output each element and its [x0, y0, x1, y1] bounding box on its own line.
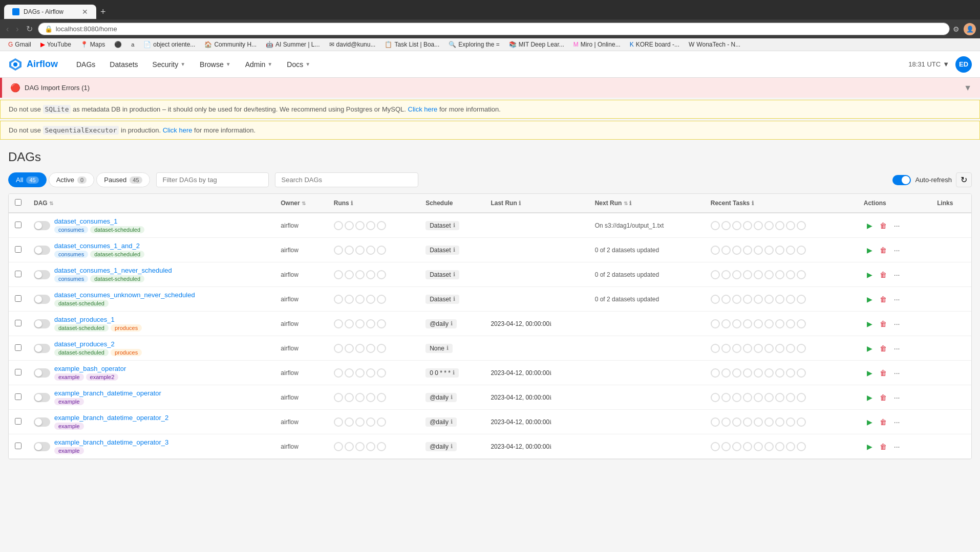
- delete-dag-button[interactable]: 🗑: [877, 343, 890, 354]
- url-text[interactable]: localhost:8080/home: [56, 25, 117, 33]
- schedule-info-icon[interactable]: ℹ: [446, 345, 449, 351]
- profile-icon[interactable]: 👤: [964, 23, 976, 35]
- auto-refresh-toggle[interactable]: [892, 175, 911, 185]
- dag-tag[interactable]: dataset-scheduled: [54, 300, 109, 307]
- active-tab[interactable]: DAGs - Airflow ✕: [4, 5, 96, 19]
- more-actions-button[interactable]: ···: [891, 269, 903, 280]
- row-checkbox[interactable]: [15, 271, 22, 277]
- recent-tasks-info-icon[interactable]: ℹ: [752, 200, 754, 206]
- dag-tag[interactable]: dataset-scheduled: [90, 275, 144, 282]
- delete-dag-button[interactable]: 🗑: [877, 220, 890, 231]
- th-owner[interactable]: Owner ⇅: [274, 194, 328, 213]
- run-dag-button[interactable]: ▶: [864, 416, 876, 428]
- delete-dag-button[interactable]: 🗑: [877, 441, 890, 452]
- back-button[interactable]: ‹: [4, 24, 11, 35]
- dag-toggle[interactable]: [34, 442, 50, 451]
- more-actions-button[interactable]: ···: [891, 318, 903, 329]
- dag-tag[interactable]: dataset-scheduled: [90, 226, 144, 233]
- dag-toggle[interactable]: [34, 417, 50, 427]
- bookmark-task[interactable]: 📋 Task List | Boa...: [380, 40, 443, 49]
- bookmark-community[interactable]: 🏠 Community H...: [200, 40, 261, 49]
- row-checkbox[interactable]: [15, 295, 22, 302]
- more-actions-button[interactable]: ···: [891, 245, 903, 256]
- dag-tag[interactable]: dataset-scheduled: [54, 349, 109, 356]
- dag-toggle[interactable]: [34, 368, 50, 378]
- last-run-row-info[interactable]: ℹ: [549, 419, 551, 425]
- dag-name-link[interactable]: example_branch_datetime_operator: [54, 389, 161, 397]
- run-dag-button[interactable]: ▶: [864, 269, 876, 280]
- delete-dag-button[interactable]: 🗑: [877, 416, 890, 428]
- dag-toggle[interactable]: [34, 295, 50, 304]
- row-checkbox[interactable]: [15, 393, 22, 400]
- more-actions-button[interactable]: ···: [891, 392, 903, 403]
- dag-import-error-bar[interactable]: 🔴 DAG Import Errors (1) ▼: [0, 78, 980, 98]
- nav-browse[interactable]: Browse ▼: [194, 57, 237, 72]
- bookmark-wonatech[interactable]: W WonaTech - N...: [685, 40, 744, 49]
- nav-docs[interactable]: Docs ▼: [281, 57, 316, 72]
- dag-name-link[interactable]: example_branch_datetime_operator_3: [54, 438, 168, 446]
- delete-dag-button[interactable]: 🗑: [877, 392, 890, 403]
- dag-toggle[interactable]: [34, 393, 50, 402]
- sqlite-click-here-link[interactable]: Click here: [408, 105, 438, 113]
- user-avatar[interactable]: ED: [955, 56, 972, 73]
- manual-refresh-button[interactable]: ↻: [956, 172, 972, 187]
- th-next-run[interactable]: Next Run ⇅ ℹ: [589, 194, 705, 213]
- row-checkbox[interactable]: [15, 320, 22, 326]
- th-dag[interactable]: DAG ⇅: [28, 194, 274, 213]
- more-actions-button[interactable]: ···: [891, 367, 903, 379]
- schedule-info-icon[interactable]: ℹ: [453, 369, 455, 376]
- dag-toggle[interactable]: [34, 270, 50, 279]
- dag-tag[interactable]: example: [54, 373, 84, 381]
- schedule-info-icon[interactable]: ℹ: [451, 394, 453, 401]
- bookmark-ai[interactable]: 🤖 AI Summer | L...: [262, 40, 324, 49]
- schedule-info-icon[interactable]: ℹ: [451, 443, 453, 450]
- bookmark-kore[interactable]: K KORE board -...: [626, 40, 684, 49]
- filter-tab-all[interactable]: All 45: [8, 172, 47, 187]
- filter-tab-paused[interactable]: Paused 45: [96, 172, 150, 187]
- dag-name-link[interactable]: dataset_produces_2: [54, 340, 115, 348]
- run-dag-button[interactable]: ▶: [864, 343, 876, 354]
- bookmark-mit[interactable]: 📚 MIT Deep Lear...: [505, 40, 568, 49]
- select-all-checkbox[interactable]: [15, 199, 22, 206]
- row-checkbox[interactable]: [15, 344, 22, 351]
- dag-tag[interactable]: example: [54, 447, 84, 454]
- more-actions-button[interactable]: ···: [891, 343, 903, 354]
- bookmark-email[interactable]: ✉ david@kunu...: [325, 40, 380, 49]
- run-dag-button[interactable]: ▶: [864, 392, 876, 403]
- reload-button[interactable]: ↻: [24, 23, 35, 35]
- schedule-info-icon[interactable]: ℹ: [453, 247, 455, 253]
- dag-tag[interactable]: consumes: [54, 226, 88, 233]
- schedule-info-icon[interactable]: ℹ: [451, 418, 453, 425]
- run-dag-button[interactable]: ▶: [864, 245, 876, 256]
- dag-tag[interactable]: consumes: [54, 275, 88, 282]
- dag-tag[interactable]: consumes: [54, 251, 88, 258]
- dag-name-link[interactable]: dataset_consumes_1_and_2: [54, 242, 140, 250]
- delete-dag-button[interactable]: 🗑: [877, 269, 890, 280]
- dag-tag[interactable]: example2: [86, 373, 119, 381]
- filter-tab-active[interactable]: Active 0: [49, 172, 95, 187]
- dag-tag[interactable]: example: [54, 423, 84, 430]
- more-actions-button[interactable]: ···: [891, 441, 903, 452]
- sequential-click-here-link[interactable]: Click here: [163, 126, 193, 134]
- bookmark-gmail[interactable]: G Gmail: [4, 40, 35, 49]
- dag-name-link[interactable]: dataset_produces_1: [54, 316, 115, 323]
- row-checkbox[interactable]: [15, 443, 22, 449]
- tag-filter-input[interactable]: [156, 172, 269, 187]
- bookmark-miro[interactable]: M Miro | Online...: [569, 40, 625, 49]
- delete-dag-button[interactable]: 🗑: [877, 245, 890, 256]
- delete-dag-button[interactable]: 🗑: [877, 318, 890, 329]
- schedule-info-icon[interactable]: ℹ: [451, 320, 453, 327]
- delete-dag-button[interactable]: 🗑: [877, 294, 890, 305]
- nav-security[interactable]: Security ▼: [146, 57, 191, 72]
- run-dag-button[interactable]: ▶: [864, 220, 876, 231]
- dag-toggle[interactable]: [34, 246, 50, 255]
- forward-button[interactable]: ›: [14, 24, 20, 35]
- last-run-row-info[interactable]: ℹ: [549, 321, 551, 327]
- row-checkbox[interactable]: [15, 246, 22, 253]
- dag-tag[interactable]: dataset-scheduled: [54, 324, 109, 332]
- row-checkbox[interactable]: [15, 369, 22, 376]
- more-actions-button[interactable]: ···: [891, 416, 903, 428]
- nav-dags[interactable]: DAGs: [70, 57, 101, 72]
- dag-name-link[interactable]: dataset_consumes_1: [54, 217, 118, 225]
- bookmark-maps[interactable]: 📍 Maps: [76, 40, 109, 49]
